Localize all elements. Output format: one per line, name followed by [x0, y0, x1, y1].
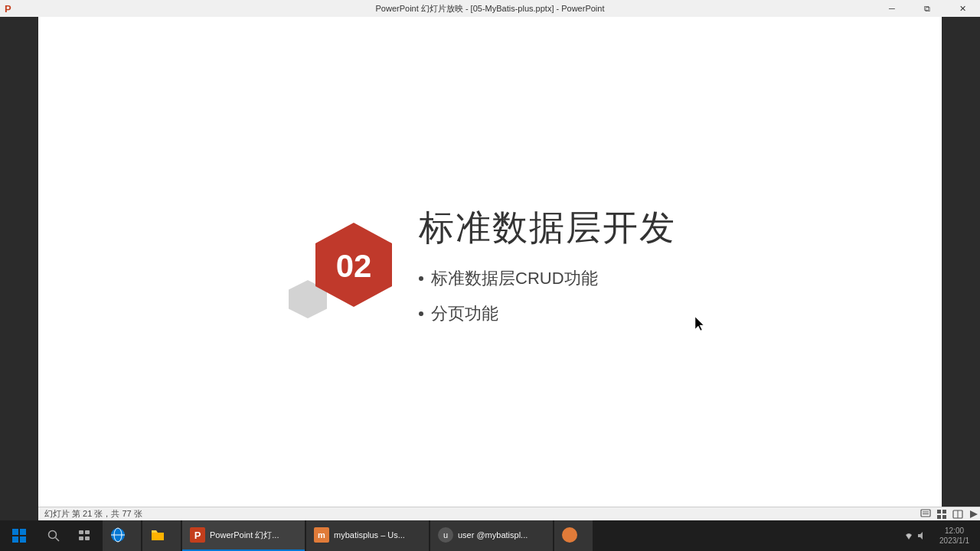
- view-presentation-icon[interactable]: [967, 507, 980, 521]
- mb-icon-label: m: [314, 527, 329, 543]
- svg-rect-22: [85, 536, 90, 540]
- slide-bullets: 标准数据层CRUD功能 分页功能: [419, 267, 676, 325]
- notes-icon[interactable]: [919, 507, 933, 521]
- taskbar-app-mybatis[interactable]: m mybatisplus – Us...: [306, 520, 429, 551]
- bullet-item-1: 标准数据层CRUD功能: [419, 267, 676, 290]
- slide-count-text: 幻灯片 第 21 张，共 77 张: [44, 508, 142, 520]
- taskbar-search[interactable]: [38, 520, 69, 551]
- status-view-controls[interactable]: 100%: [919, 507, 980, 521]
- svg-rect-8: [937, 515, 941, 519]
- hexagon-wrapper: 02: [304, 219, 388, 311]
- bullet-text-2: 分页功能: [431, 302, 498, 325]
- svg-point-17: [49, 531, 57, 539]
- clock-time: 12:00: [939, 526, 969, 536]
- taskbar-app-browser[interactable]: [103, 520, 141, 551]
- orange-icon: [562, 527, 577, 543]
- taskbar-right: 12:00 2023/1/1: [899, 526, 980, 546]
- window-title: PowerPoint 幻灯片放映 - [05-MyBatis-plus.pptx…: [376, 3, 605, 15]
- user-terminal-icon: u: [438, 527, 453, 543]
- app-icon: P: [5, 3, 11, 15]
- bullet-text-1: 标准数据层CRUD功能: [431, 267, 598, 290]
- svg-rect-7: [942, 510, 946, 514]
- browser-icon: [110, 527, 126, 543]
- taskbar-app-powerpoint[interactable]: P PowerPoint 幻灯...: [182, 520, 305, 551]
- hex-main: 02: [312, 219, 396, 314]
- volume-icon: [916, 530, 927, 541]
- user-taskbar-label: user @mybatispl...: [458, 530, 528, 540]
- slide-text: 标准数据层开发 标准数据层CRUD功能 分页功能: [419, 204, 676, 325]
- svg-rect-13: [12, 529, 18, 535]
- svg-rect-9: [942, 515, 946, 519]
- mybatis-icon: m: [314, 527, 329, 543]
- svg-rect-21: [79, 536, 83, 540]
- powerpoint-status-bar: 幻灯片 第 21 张，共 77 张 100%: [38, 507, 980, 520]
- slide-content: 02 标准数据层开发 标准数据层CRUD功能 分页功能: [38, 17, 942, 513]
- slide-main: 02 标准数据层开发 标准数据层CRUD功能 分页功能: [304, 204, 676, 325]
- cursor: [695, 317, 704, 331]
- powerpoint-taskbar-label: PowerPoint 幻灯...: [210, 530, 279, 541]
- files-icon: [150, 527, 165, 543]
- powerpoint-taskbar-icon: P: [190, 527, 205, 543]
- bullet-dot-1: [419, 276, 423, 281]
- view-reading-icon[interactable]: [951, 507, 965, 521]
- bullet-dot-2: [419, 311, 423, 316]
- svg-rect-15: [12, 536, 18, 543]
- taskbar: P PowerPoint 幻灯... m mybatisplus – Us...…: [0, 520, 980, 551]
- network-icon: [903, 530, 914, 541]
- title-bar-left: P: [0, 3, 15, 15]
- svg-marker-12: [970, 510, 978, 518]
- svg-rect-6: [937, 510, 941, 514]
- taskbar-app-other[interactable]: [554, 520, 593, 551]
- slide-title: 标准数据层开发: [419, 204, 676, 252]
- restore-button[interactable]: ⧉: [910, 0, 945, 17]
- bullet-item-2: 分页功能: [419, 302, 676, 325]
- svg-rect-20: [85, 530, 90, 534]
- taskbar-app-user[interactable]: u user @mybatispl...: [430, 520, 553, 551]
- clock-date: 2023/1/1: [939, 536, 969, 546]
- pp-icon-label: P: [190, 527, 205, 543]
- clock[interactable]: 12:00 2023/1/1: [935, 526, 974, 546]
- svg-rect-14: [20, 529, 26, 535]
- slide-container: 02 标准数据层开发 标准数据层CRUD功能 分页功能: [38, 17, 942, 513]
- svg-marker-2: [695, 317, 704, 331]
- taskbar-taskview[interactable]: [69, 520, 100, 551]
- taskbar-apps: P PowerPoint 幻灯... m mybatisplus – Us...…: [100, 520, 899, 551]
- view-normal-icon[interactable]: [935, 507, 949, 521]
- status-slide-info: 幻灯片 第 21 张，共 77 张: [44, 508, 142, 520]
- user-icon-label: u: [438, 527, 453, 543]
- svg-line-18: [56, 538, 60, 542]
- other-app-icon: [562, 527, 577, 543]
- hex-number: 02: [336, 250, 372, 282]
- svg-rect-19: [79, 530, 83, 534]
- svg-rect-16: [20, 536, 26, 543]
- taskbar-app-files[interactable]: [142, 520, 181, 551]
- title-bar-controls[interactable]: ─ ⧉ ✕: [874, 0, 980, 17]
- mybatis-taskbar-label: mybatisplus – Us...: [334, 530, 405, 540]
- close-button[interactable]: ✕: [945, 0, 980, 17]
- svg-marker-26: [918, 532, 923, 540]
- svg-rect-3: [921, 510, 930, 517]
- minimize-button[interactable]: ─: [874, 0, 910, 17]
- system-tray[interactable]: [899, 530, 932, 541]
- title-bar: P PowerPoint 幻灯片放映 - [05-MyBatis-plus.pp…: [0, 0, 980, 17]
- start-button[interactable]: [0, 520, 38, 551]
